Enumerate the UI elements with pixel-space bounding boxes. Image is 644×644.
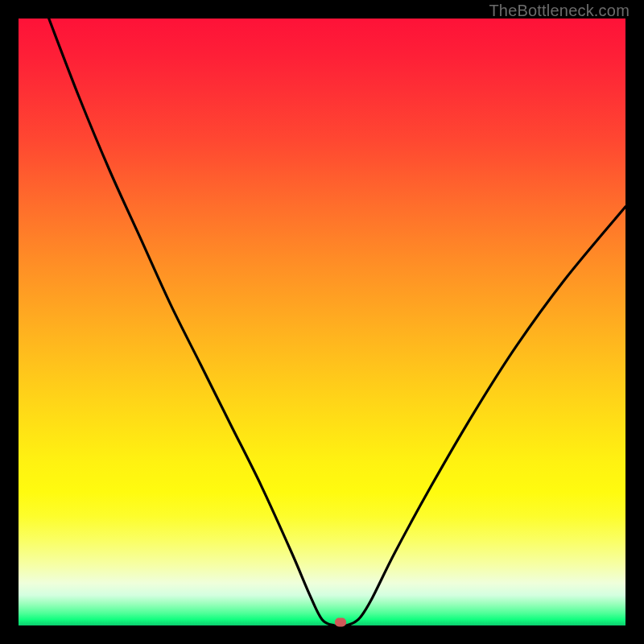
- plot-gradient-background: [19, 19, 625, 625]
- chart-frame: TheBottleneck.com: [0, 0, 644, 644]
- watermark-label: TheBottleneck.com: [489, 2, 630, 20]
- optimal-point-marker: [335, 618, 346, 627]
